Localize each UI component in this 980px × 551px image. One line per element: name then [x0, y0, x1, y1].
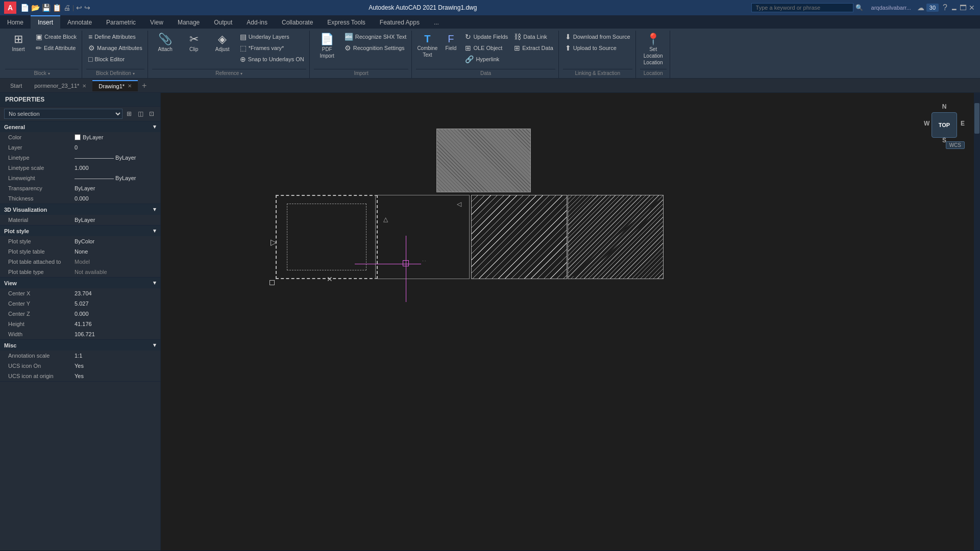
- edit-attribute-button[interactable]: ✏ Edit Attribute: [34, 43, 79, 53]
- block-def-label: Block Definition ▾: [86, 69, 144, 78]
- attach-button[interactable]: 📎 Attach: [152, 32, 179, 55]
- hyperlink-icon: 🔗: [465, 55, 474, 63]
- reference-label: Reference ▾: [152, 69, 306, 78]
- section-plot-style-header[interactable]: Plot style ▾: [0, 226, 160, 236]
- prop-layer: Layer 0: [0, 142, 160, 153]
- define-attributes-button[interactable]: ≡ Define Attributes: [86, 32, 144, 42]
- compass-north: N: [942, 103, 947, 110]
- create-block-icon: ▣: [36, 33, 42, 41]
- tab-collaborate[interactable]: Collaborate: [275, 15, 320, 29]
- tab-start[interactable]: Start: [4, 80, 28, 91]
- tab-express-tools[interactable]: Express Tools: [320, 15, 372, 29]
- snap-underlays-button[interactable]: ⊕ Snap to Underlays ON: [238, 54, 306, 64]
- frames-icon: ⬚: [240, 44, 247, 52]
- qat-new-icon[interactable]: 📄: [20, 4, 29, 12]
- search-icon[interactable]: 🔍: [855, 4, 863, 11]
- insert-button[interactable]: ⊞ Insert: [5, 32, 32, 55]
- ole-object-button[interactable]: ⊞ OLE Object: [463, 43, 510, 53]
- insert-icon: ⊞: [14, 34, 23, 45]
- block-editor-button[interactable]: □ Block Editor: [86, 54, 144, 64]
- extract-data-button[interactable]: ⊞ Extract Data: [512, 43, 555, 53]
- tab-drawing1[interactable]: Drawing1* ✕: [92, 80, 138, 91]
- dots-marker: · ·: [423, 259, 426, 263]
- scrollbar-thumb[interactable]: [974, 103, 979, 134]
- tab-annotate[interactable]: Annotate: [60, 15, 99, 29]
- recog-settings-icon: ⚙: [345, 44, 351, 52]
- add-tab-button[interactable]: +: [138, 79, 151, 92]
- prop-icon-2[interactable]: ◫: [136, 109, 145, 118]
- user-info: arqdasilvabarr...: [871, 5, 911, 11]
- hyperlink-button[interactable]: 🔗 Hyperlink: [463, 54, 510, 64]
- drawing-canvas[interactable]: N S E W TOP WCS ▷ ✕: [161, 93, 980, 550]
- field-button[interactable]: F Field: [440, 32, 461, 54]
- close-pormenor-btn[interactable]: ✕: [82, 83, 86, 89]
- selection-dropdown[interactable]: No selection: [4, 109, 122, 119]
- triangle-2: △: [383, 216, 388, 223]
- right-scrollbar[interactable]: [974, 93, 980, 550]
- ribbon-group-data-items: T Combine Text F Field ↻ Update Fields ⊞…: [416, 32, 555, 68]
- undo-icon[interactable]: ↩: [76, 4, 82, 12]
- compass: N S E W TOP WCS: [924, 103, 965, 144]
- qat-open-icon[interactable]: 📂: [31, 4, 40, 12]
- navigation-cube[interactable]: N S E W TOP WCS: [924, 103, 965, 144]
- frames-vary-button[interactable]: ⬚ *Frames vary*: [238, 43, 306, 53]
- set-location-button[interactable]: 📍 Set Location Location: [640, 32, 667, 68]
- prop-icon-1[interactable]: ⊞: [125, 109, 134, 118]
- ribbon-group-import-items: 📄 PDF Import 🔤 Recognize SHX Text ⚙ Reco…: [314, 32, 409, 68]
- tab-more[interactable]: ...: [427, 15, 446, 29]
- section-view-header[interactable]: View ▾: [0, 278, 160, 288]
- canvas-area[interactable]: N S E W TOP WCS ▷ ✕: [161, 93, 980, 550]
- tab-home[interactable]: Home: [0, 15, 31, 29]
- viewport-box-dashed: ▷ ✕: [276, 195, 378, 279]
- qat-saveas-icon[interactable]: 📋: [53, 4, 61, 12]
- session-timer: 30: [926, 4, 939, 12]
- redo-icon[interactable]: ↪: [84, 4, 90, 12]
- manage-attr-icon: ⚙: [88, 44, 95, 52]
- tab-output[interactable]: Output: [207, 15, 239, 29]
- qat-print-icon[interactable]: 🖨: [63, 4, 70, 12]
- section-3d-viz-header[interactable]: 3D Visualization ▾: [0, 204, 160, 215]
- location-label: Location: [640, 69, 667, 78]
- maximize-icon[interactable]: 🗖: [960, 4, 967, 12]
- tab-insert[interactable]: Insert: [31, 15, 60, 29]
- recognize-shx-button[interactable]: 🔤 Recognize SHX Text: [342, 32, 409, 42]
- tab-view[interactable]: View: [143, 15, 170, 29]
- prop-icon-3[interactable]: ⊡: [147, 109, 156, 118]
- viewport-inner-dashed: [287, 204, 366, 270]
- underlay-layers-button[interactable]: ▤ Underlay Layers: [238, 32, 306, 42]
- manage-attributes-button[interactable]: ⚙ Manage Attributes: [86, 43, 144, 53]
- adjust-button[interactable]: ◈ Adjust: [209, 32, 236, 55]
- qat-save-icon[interactable]: 💾: [42, 4, 51, 12]
- cube-face-top[interactable]: TOP: [932, 112, 957, 138]
- tab-pormenor[interactable]: pormenor_23_11* ✕: [28, 80, 92, 91]
- combine-text-button[interactable]: T Combine Text: [416, 32, 438, 60]
- download-source-button[interactable]: ⬇ Download from Source: [563, 32, 632, 42]
- close-icon[interactable]: ✕: [969, 4, 975, 12]
- clip-button[interactable]: ✂ Clip: [181, 32, 207, 55]
- section-misc-header[interactable]: Misc ▾: [0, 340, 160, 350]
- field-icon: F: [448, 34, 454, 44]
- tab-manage[interactable]: Manage: [170, 15, 207, 29]
- tab-featured-apps[interactable]: Featured Apps: [373, 15, 427, 29]
- combine-text-icon: T: [424, 34, 430, 44]
- minimize-icon[interactable]: 🗕: [950, 4, 958, 12]
- tab-addins[interactable]: Add-ins: [239, 15, 275, 29]
- close-drawing1-btn[interactable]: ✕: [128, 83, 132, 89]
- tab-parametric[interactable]: Parametric: [99, 15, 143, 29]
- compass-east: E: [961, 120, 965, 127]
- triangle-1: ◁: [457, 201, 461, 208]
- help-icon[interactable]: ?: [943, 3, 947, 12]
- update-fields-button[interactable]: ↻ Update Fields: [463, 32, 510, 42]
- pdf-import-button[interactable]: 📄 PDF Import: [314, 32, 340, 61]
- prop-color: Color ByLayer: [0, 132, 160, 142]
- data-link-button[interactable]: ⛓ Data Link: [512, 32, 555, 42]
- create-block-button[interactable]: ▣ Create Block: [34, 32, 79, 42]
- section-general: General ▾ Color ByLayer Layer 0 Linetype…: [0, 121, 160, 204]
- hatched-rect-diag-dark: [568, 195, 664, 279]
- ribbon-search[interactable]: [751, 3, 853, 12]
- sync-icon[interactable]: ☁: [917, 4, 924, 12]
- adjust-icon: ◈: [218, 34, 227, 45]
- section-general-header[interactable]: General ▾: [0, 121, 160, 132]
- upload-source-button[interactable]: ⬆ Upload to Source: [563, 43, 632, 53]
- recognition-settings-button[interactable]: ⚙ Recognition Settings: [342, 43, 409, 53]
